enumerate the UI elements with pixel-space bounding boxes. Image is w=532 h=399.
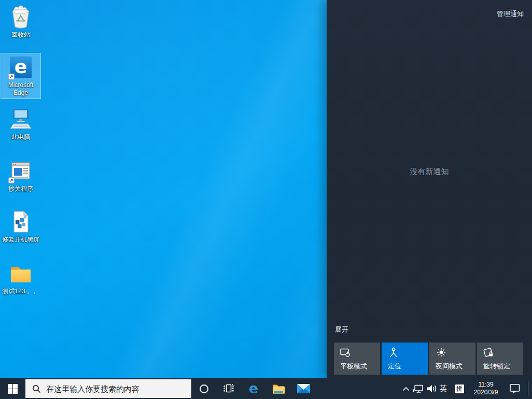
expand-link[interactable]: 展开 xyxy=(335,325,348,334)
show-desktop-separator[interactable] xyxy=(528,381,528,396)
quick-action-night-light[interactable]: 夜间模式 xyxy=(429,343,475,375)
desktop-icon-test-folder[interactable]: 测试123.。。 xyxy=(1,260,40,297)
svg-text:e: e xyxy=(249,381,258,396)
shortcut-arrow-badge xyxy=(8,74,15,80)
recycle-bin-icon xyxy=(8,5,33,30)
tablet-mode-icon xyxy=(340,347,352,359)
ime-mode-badge: 拼 xyxy=(455,384,464,393)
desktop-icon-registry-file[interactable]: 修复开机黑屏 xyxy=(1,208,40,245)
task-view-icon xyxy=(223,383,234,394)
desktop-icon-this-pc[interactable]: 此电脑 xyxy=(1,105,40,142)
desktop-icon-label: 此电脑 xyxy=(11,133,30,141)
mail-button[interactable] xyxy=(291,378,316,399)
mail-icon xyxy=(297,383,311,394)
quick-action-rotation-lock[interactable]: 旋转锁定 xyxy=(477,343,523,375)
volume-icon xyxy=(426,383,438,394)
manage-notifications-link[interactable]: 管理通知 xyxy=(497,9,524,19)
quick-action-label: 旋转锁定 xyxy=(483,362,510,371)
search-icon xyxy=(32,384,41,393)
cortana-button[interactable] xyxy=(191,378,216,399)
this-pc-icon xyxy=(8,107,33,132)
taskbar-search[interactable] xyxy=(25,379,192,398)
rotation-lock-icon xyxy=(483,347,495,359)
tray-overflow-chevron[interactable] xyxy=(400,378,412,399)
cortana-icon xyxy=(200,384,208,393)
app-window-icon xyxy=(8,159,33,183)
desktop-icon-microsoft-edge[interactable]: e Microsoft Edge xyxy=(1,53,40,98)
folder-icon xyxy=(8,261,33,286)
action-center-panel: 管理通知 没有新通知 展开 平板模式 定位 xyxy=(327,0,532,378)
desktop-icon-recycle-bin[interactable]: 回收站 xyxy=(1,3,40,40)
search-input[interactable] xyxy=(46,384,186,393)
ime-mode-indicator[interactable]: 拼 xyxy=(453,378,466,399)
task-view-button[interactable] xyxy=(216,378,241,399)
edge-icon: e xyxy=(8,55,33,80)
windows-logo-icon xyxy=(8,384,18,394)
notification-bubble-icon xyxy=(509,382,521,395)
desktop-icon-program[interactable]: 秒关程序 xyxy=(1,157,40,194)
file-explorer-icon xyxy=(272,382,285,395)
file-explorer-button[interactable] xyxy=(266,378,291,399)
quick-action-label: 平板模式 xyxy=(340,362,367,371)
no-notifications-text: 没有新通知 xyxy=(327,167,532,177)
quick-action-label: 定位 xyxy=(388,362,401,371)
desktop-icon-label: 修复开机黑屏 xyxy=(2,236,39,244)
desktop-icon-label: 秒关程序 xyxy=(8,185,33,193)
volume-tray-button[interactable] xyxy=(425,378,439,399)
network-tray-button[interactable] xyxy=(412,378,425,399)
desktop-icon-label: Microsoft Edge xyxy=(2,81,39,97)
quick-action-tablet-mode[interactable]: 平板模式 xyxy=(334,343,380,375)
clock-date: 2020/3/9 xyxy=(474,389,498,396)
chevron-up-icon xyxy=(402,387,410,391)
quick-action-location[interactable]: 定位 xyxy=(382,343,428,375)
night-light-icon xyxy=(435,347,447,359)
quick-action-label: 夜间模式 xyxy=(436,362,463,371)
location-icon xyxy=(387,347,400,359)
desktop-icon-label: 回收站 xyxy=(11,31,30,39)
action-center-button[interactable] xyxy=(508,378,522,399)
desktop-icon-label: 测试123.。。 xyxy=(2,288,39,295)
registry-file-icon xyxy=(8,209,33,234)
clock[interactable]: 11:39 2020/3/9 xyxy=(467,378,505,399)
edge-icon: e xyxy=(246,381,261,396)
clock-time: 11:39 xyxy=(478,381,493,389)
edge-taskbar-button[interactable]: e xyxy=(241,378,266,399)
svg-text:e: e xyxy=(15,56,27,77)
start-button[interactable] xyxy=(0,378,25,399)
quick-actions-row: 平板模式 定位 xyxy=(334,343,523,375)
ime-language-indicator[interactable]: 英 xyxy=(438,378,449,399)
network-icon xyxy=(413,383,424,394)
taskbar: e 英 xyxy=(0,378,532,399)
shortcut-arrow-badge xyxy=(8,177,15,183)
